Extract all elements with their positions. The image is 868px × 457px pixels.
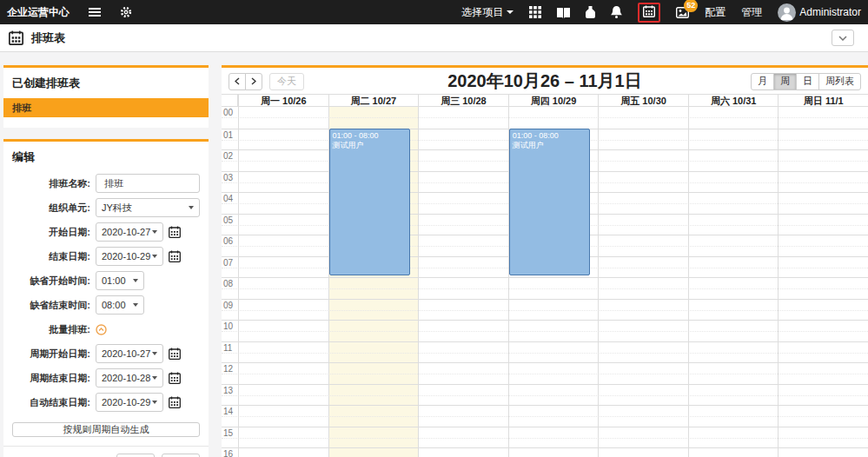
hour-label-01: 01 [223,130,233,140]
end-date-value: 2020-10-29 [102,251,150,262]
event-title: 测试用户 [513,141,587,150]
event-block-0[interactable]: 01:00 - 08:00测试用户 [329,129,411,276]
cycle-end-date-calendar-icon[interactable] [169,372,181,384]
edit-heading: 编辑 [3,142,209,172]
cycle-end-date-label: 周期结束日期: [12,372,96,385]
schedule-calendar-icon [9,30,23,45]
day-header-6[interactable]: 周日 11/1 [778,95,868,106]
hour-row-00: 00 [222,107,868,129]
form-row-start-date: 开始日期:2020-10-27 [12,222,200,242]
view-button-周列表[interactable]: 周列表 [818,73,861,90]
half-hour-line [222,310,868,311]
cycle-start-date-select[interactable]: 2020-10-27 [96,344,163,363]
delete-button[interactable]: 删除 [162,454,200,457]
default-end-time-label: 缺省结束时间: [12,299,96,312]
hour-label-10: 10 [223,321,233,331]
start-date-label: 开始日期: [12,226,96,239]
messages-icon[interactable]: 52 [676,7,689,18]
view-button-月[interactable]: 月 [751,73,774,90]
hour-row-13: 13 [222,384,868,406]
end-date-select[interactable]: 2020-10-29 [96,247,163,266]
caret-down-icon [152,352,157,355]
auto-end-date-label: 自动结束日期: [12,396,96,409]
book-icon[interactable] [557,7,570,18]
start-date-calendar-icon[interactable] [169,226,181,238]
batch-schedule-toggle-icon[interactable] [96,324,107,335]
view-button-周[interactable]: 周 [773,73,797,90]
hour-label-02: 02 [223,151,233,161]
cycle-end-date-select[interactable]: 2020-10-28 [96,368,163,387]
day-header-3[interactable]: 周四 10/29 [508,95,599,106]
calendar-grid[interactable]: 000102030405060708091011121314151601:00 … [222,107,868,457]
hour-label-09: 09 [223,301,233,310]
page-title: 排班表 [31,30,65,46]
prev-week-button[interactable] [229,73,246,90]
cycle-start-date-calendar-icon[interactable] [169,348,181,360]
hour-label-16: 16 [223,449,233,457]
default-end-time-select[interactable]: 08:00 [96,295,144,315]
next-week-button[interactable] [245,73,262,90]
config-menu[interactable]: 配置 [705,5,726,20]
day-column-border-0 [238,107,239,457]
day-header-4[interactable]: 周五 10/30 [598,95,688,106]
hour-row-08: 08 [222,277,868,299]
start-date-select[interactable]: 2020-10-27 [96,222,163,242]
project-select-dropdown[interactable]: 选择项目 [461,5,514,20]
day-header-1[interactable]: 周二 10/27 [328,95,419,106]
schedule-list-item-selected[interactable]: 排班 [3,98,209,117]
bell-icon[interactable] [611,6,622,18]
view-button-日[interactable]: 日 [796,73,819,90]
auto-end-date-calendar-icon[interactable] [169,396,181,408]
end-date-calendar-icon[interactable] [169,250,181,262]
auto-end-date-select[interactable]: 2020-10-29 [96,393,163,412]
half-hour-line [222,117,868,118]
confirm-button[interactable]: 确定 [116,454,155,457]
event-time-label: 01:00 - 08:00 [513,131,587,141]
day-header-0[interactable]: 周一 10/26 [238,95,328,106]
hour-label-04: 04 [223,194,233,203]
day-header-5[interactable]: 周六 10/31 [688,95,779,106]
default-start-time-select[interactable]: 01:00 [96,271,144,290]
half-hour-line [222,416,868,417]
flask-icon[interactable] [586,6,595,18]
form-row-default-start-time: 缺省开始时间:01:00 [12,271,200,290]
form-row-org-unit: 组织单元:JY科技 [12,198,200,217]
day-column-border-5 [688,107,689,457]
default-start-time-label: 缺省开始时间: [12,275,96,288]
event-time-label: 01:00 - 08:00 [333,131,407,141]
gear-icon[interactable] [120,6,132,18]
form-row-default-end-time: 缺省结束时间:08:00 [12,295,200,315]
start-date-value: 2020-10-27 [102,227,150,237]
user-menu[interactable]: Administrator [778,3,861,22]
app-brand: 企业运营中心 [7,5,70,20]
hamburger-menu-icon[interactable] [89,7,101,17]
schedule-name-input[interactable] [96,174,200,193]
half-hour-line [222,438,868,439]
calendar-panel: 2020年10月26 – 11月1日 今天 月周日周列表 周一 10/26周二 … [222,65,868,457]
collapse-panel-button[interactable] [832,30,854,46]
avatar [778,3,796,22]
hour-label-05: 05 [223,215,233,225]
hour-label-11: 11 [223,343,232,353]
form-row-cycle-end-date: 周期结束日期:2020-10-28 [12,368,200,387]
generate-by-rule-button[interactable]: 按规则周期自动生成 [12,422,200,437]
apps-grid-icon[interactable] [529,6,541,18]
hour-row-16: 16 [222,447,868,457]
hour-label-12: 12 [223,364,233,374]
cycle-start-date-value: 2020-10-27 [102,348,150,359]
edit-panel: 编辑 排班名称:组织单元:JY科技开始日期:2020-10-27结束日期:202… [3,139,209,457]
calendar-icon-highlighted[interactable] [638,3,660,23]
org-unit-select[interactable]: JY科技 [96,198,200,217]
day-column-border-2 [418,107,419,457]
manage-menu[interactable]: 管理 [741,5,762,20]
day-header-2[interactable]: 周三 10/28 [418,95,508,106]
hour-label-13: 13 [223,386,233,395]
today-button[interactable]: 今天 [269,73,304,90]
caret-down-icon [152,230,157,234]
notification-badge: 52 [684,0,698,12]
event-block-1[interactable]: 01:00 - 08:00测试用户 [509,129,591,276]
form-footer: 确定 删除 [3,446,209,457]
day-column-border-4 [598,107,599,457]
config-label: 配置 [705,5,726,20]
page-title-bar: 排班表 [0,24,868,52]
